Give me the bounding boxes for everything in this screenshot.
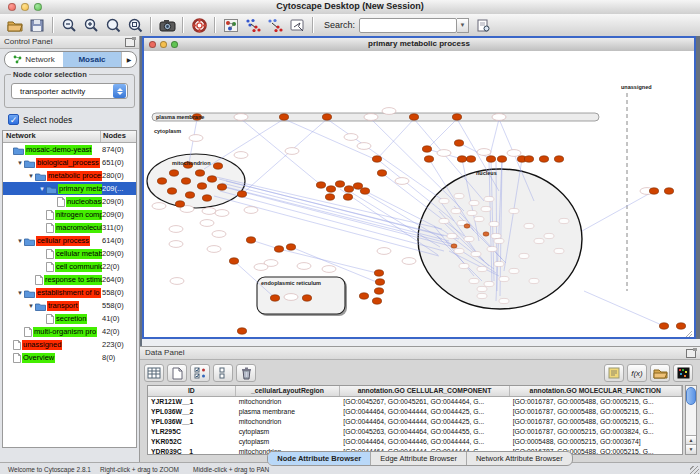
graph-node-selected[interactable] xyxy=(353,183,362,189)
graph-node-selected[interactable] xyxy=(197,183,206,189)
graph-node-selected[interactable] xyxy=(360,188,369,194)
graph-node-unselected[interactable] xyxy=(254,264,268,271)
graph-node-tiny[interactable] xyxy=(509,208,519,213)
graph-node-selected[interactable] xyxy=(554,156,563,162)
search-config-icon[interactable] xyxy=(473,16,493,34)
graph-edge[interactable] xyxy=(204,119,284,169)
network-canvas[interactable]: plasma membranecytoplasmmitochondrionnuc… xyxy=(144,51,694,337)
graph-node-tiny[interactable] xyxy=(491,233,501,238)
graph-node-selected[interactable] xyxy=(202,195,211,201)
graph-node-unselected[interactable] xyxy=(357,143,371,150)
tree-row[interactable]: ▼transport558(0) xyxy=(3,299,136,312)
graph-node-tiny[interactable] xyxy=(494,238,504,243)
open-file-icon[interactable] xyxy=(5,16,25,34)
graph-node-tiny[interactable] xyxy=(544,233,554,238)
graph-node-selected[interactable] xyxy=(229,258,238,264)
graph-node-tiny[interactable] xyxy=(471,251,481,256)
graph-node-selected[interactable] xyxy=(659,323,668,329)
graph-node-unselected[interactable] xyxy=(234,114,248,121)
graph-node-unselected[interactable] xyxy=(285,148,299,155)
graph-node-tiny[interactable] xyxy=(484,196,494,201)
tree-row[interactable]: ▼metabolic process280(0) xyxy=(3,169,136,182)
tab-network-attribute-browser[interactable]: Network Attribute Browser xyxy=(467,452,572,465)
tree-row[interactable]: ▼establishment of lo558(0) xyxy=(3,286,136,299)
attribute-list-icon[interactable] xyxy=(213,364,233,382)
tree-row[interactable]: Overview8(0) xyxy=(3,351,136,364)
graph-node-unselected[interactable] xyxy=(244,207,258,214)
graph-node-selected[interactable] xyxy=(279,114,288,120)
graph-edge[interactable] xyxy=(377,119,414,159)
function-builder-icon[interactable]: f(x) xyxy=(627,364,647,382)
graph-node-selected-small[interactable] xyxy=(451,244,457,248)
graph-node-selected[interactable] xyxy=(169,170,178,176)
tree-expand-icon[interactable]: ▼ xyxy=(16,238,24,244)
graph-node-selected[interactable] xyxy=(486,156,495,162)
graph-node-unselected[interactable] xyxy=(284,294,298,301)
tree-expand-icon[interactable]: ▼ xyxy=(16,160,24,166)
tab-mosaic[interactable]: Mosaic xyxy=(63,52,121,67)
graph-node-tiny[interactable] xyxy=(529,278,539,283)
search-input[interactable] xyxy=(359,18,457,33)
help-icon[interactable] xyxy=(189,16,209,34)
graph-node-selected[interactable] xyxy=(649,188,658,194)
table-row[interactable]: YJR121W__1mitochondrion[GO:0045267, GO:0… xyxy=(148,397,682,407)
search-dropdown-arrow[interactable]: ▼ xyxy=(457,18,469,33)
graph-node-selected[interactable] xyxy=(274,246,283,252)
graph-node-tiny[interactable] xyxy=(481,206,491,211)
graph-node-selected[interactable] xyxy=(375,279,384,285)
table-row[interactable]: YLR295Ccytoplasm[GO:0045263, GO:0044464,… xyxy=(148,427,682,437)
graph-node-unselected[interactable] xyxy=(170,278,184,285)
attribute-checklist-icon[interactable] xyxy=(190,364,210,382)
graph-node-selected[interactable] xyxy=(237,328,246,334)
graph-edge[interactable] xyxy=(427,119,457,149)
graph-node-selected[interactable] xyxy=(213,163,222,169)
tree-row[interactable]: nitrogen compo209(0) xyxy=(3,208,136,221)
graph-node-unselected[interactable] xyxy=(152,203,166,210)
vizmapper-icon[interactable] xyxy=(221,16,241,34)
graph-node-selected[interactable] xyxy=(664,188,673,194)
zoom-fit-icon[interactable] xyxy=(103,16,123,34)
tree-row[interactable]: ▼cellular process614(0) xyxy=(3,234,136,247)
graph-node-selected[interactable] xyxy=(316,182,325,188)
tree-row[interactable]: nucleobase-209(0) xyxy=(3,195,136,208)
graph-node-selected[interactable] xyxy=(676,323,685,329)
graph-node-unselected[interactable] xyxy=(382,108,396,115)
table-row[interactable]: YKR052Ccytoplasm[GO:0044464, GO:0044446,… xyxy=(148,437,682,447)
graph-node-tiny[interactable] xyxy=(454,193,464,198)
graph-node-tiny[interactable] xyxy=(464,236,474,241)
graph-node-selected[interactable] xyxy=(195,170,204,176)
graph-node-unselected[interactable] xyxy=(364,114,378,121)
graph-node-unselected[interactable] xyxy=(234,152,248,159)
graph-node-selected[interactable] xyxy=(454,140,463,146)
graph-edge[interactable] xyxy=(224,187,454,247)
graph-node-selected[interactable] xyxy=(335,181,344,187)
graph-node-tiny[interactable] xyxy=(509,268,519,273)
graph-node-unselected[interactable] xyxy=(477,149,491,156)
float-data-panel-icon[interactable] xyxy=(686,349,696,358)
table-row[interactable]: YPL036W__2plasma membrane[GO:0044464, GO… xyxy=(148,407,682,417)
tree-row[interactable]: macromolecule311(0) xyxy=(3,221,136,234)
tab-node-attribute-browser[interactable]: Node Attribute Browser xyxy=(268,452,371,465)
graph-node-selected[interactable] xyxy=(237,191,246,197)
graph-node-unselected[interactable] xyxy=(322,266,336,273)
graph-node-selected-small[interactable] xyxy=(483,232,489,236)
graph-node-selected[interactable] xyxy=(452,114,461,120)
graph-node-selected[interactable] xyxy=(409,114,418,120)
graph-node-tiny[interactable] xyxy=(459,263,469,268)
annotation-icon[interactable] xyxy=(287,16,307,34)
graph-edge[interactable] xyxy=(284,119,379,161)
graph-node-selected[interactable] xyxy=(270,295,279,301)
graph-node-unselected[interactable] xyxy=(402,258,416,265)
tree-expand-icon[interactable]: ▼ xyxy=(27,303,35,309)
matrix-view-icon[interactable] xyxy=(673,364,693,382)
graph-node-selected[interactable] xyxy=(466,156,475,162)
table-column-header[interactable]: annotation.GO CELLULAR_COMPONENT xyxy=(340,386,509,396)
graph-edge[interactable] xyxy=(582,191,654,231)
graph-node-selected[interactable] xyxy=(524,156,533,162)
graph-node-selected[interactable] xyxy=(207,176,216,182)
graph-node-selected[interactable] xyxy=(372,298,381,304)
graph-node-tiny[interactable] xyxy=(439,218,449,223)
graph-node-selected[interactable] xyxy=(175,201,184,207)
graph-node-selected[interactable] xyxy=(374,288,383,294)
canvas-resize-grip[interactable] xyxy=(686,331,692,337)
